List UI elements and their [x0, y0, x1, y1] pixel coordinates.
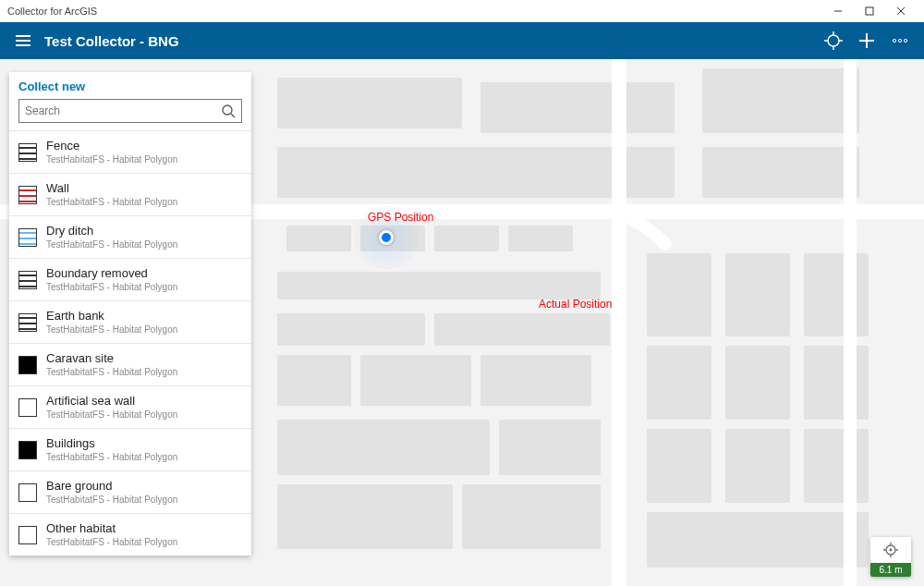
svg-rect-35 — [277, 484, 453, 549]
svg-rect-28 — [277, 313, 425, 346]
feature-name: Caravan site — [46, 352, 177, 365]
window-minimize-button[interactable] — [822, 0, 854, 22]
feature-name: Wall — [46, 182, 177, 195]
app-header: Test Collector - BNG — [0, 22, 924, 59]
feature-template-item[interactable]: Artificial sea wallTestHabitatFS - Habit… — [9, 385, 251, 428]
svg-rect-1 — [866, 7, 873, 15]
search-box[interactable] — [18, 99, 242, 123]
feature-template-item[interactable]: Boundary removedTestHabitatFS - Habitat … — [9, 258, 251, 300]
crosshair-icon — [823, 31, 844, 51]
svg-rect-32 — [480, 355, 591, 406]
crosshair-icon — [882, 542, 899, 558]
ellipsis-icon — [890, 31, 910, 51]
feature-sublabel: TestHabitatFS - Habitat Polygon — [46, 239, 177, 250]
svg-rect-31 — [360, 355, 471, 406]
feature-name: Buildings — [46, 437, 177, 450]
svg-rect-33 — [277, 420, 490, 475]
svg-rect-26 — [508, 226, 573, 251]
feature-name: Bare ground — [46, 480, 177, 493]
main-area: GPS Position Actual Position — [0, 59, 924, 586]
feature-template-item[interactable]: Bare groundTestHabitatFS - Habitat Polyg… — [9, 470, 251, 513]
svg-point-49 — [890, 549, 893, 552]
svg-rect-24 — [360, 226, 425, 251]
svg-rect-39 — [804, 253, 869, 336]
window-close-button[interactable] — [885, 0, 917, 22]
svg-rect-45 — [804, 429, 869, 503]
feature-name: Dry ditch — [46, 225, 177, 238]
feature-template-item[interactable]: BuildingsTestHabitatFS - Habitat Polygon — [9, 428, 251, 470]
feature-template-list: FenceTestHabitatFS - Habitat PolygonWall… — [9, 130, 251, 555]
more-button[interactable] — [883, 24, 917, 57]
window-titlebar: Collector for ArcGIS — [0, 0, 924, 22]
feature-swatch — [18, 356, 37, 374]
svg-rect-44 — [725, 429, 790, 503]
svg-point-54 — [223, 105, 232, 115]
feature-swatch — [18, 143, 37, 162]
collect-panel-header: Collect new — [9, 72, 251, 99]
feature-sublabel: TestHabitatFS - Habitat Polygon — [46, 367, 177, 377]
svg-rect-22 — [702, 147, 859, 198]
feature-sublabel: TestHabitatFS - Habitat Polygon — [46, 154, 177, 165]
svg-point-7 — [828, 35, 839, 46]
feature-name: Earth bank — [46, 310, 177, 323]
svg-rect-40 — [647, 346, 711, 420]
svg-rect-42 — [804, 346, 869, 420]
hamburger-menu-button[interactable] — [7, 25, 39, 56]
feature-template-item[interactable]: WallTestHabitatFS - Habitat Polygon — [9, 173, 251, 215]
accuracy-badge[interactable]: 6.1 m — [870, 537, 911, 577]
svg-rect-30 — [277, 355, 351, 406]
svg-rect-18 — [277, 78, 462, 128]
svg-point-16 — [904, 39, 906, 42]
feature-sublabel: TestHabitatFS - Habitat Polygon — [46, 197, 177, 207]
search-icon — [221, 104, 236, 118]
add-button[interactable] — [850, 24, 883, 57]
plus-icon — [857, 31, 877, 51]
accuracy-value: 6.1 m — [870, 563, 911, 577]
feature-template-item[interactable]: Earth bankTestHabitatFS - Habitat Polygo… — [9, 300, 251, 343]
feature-swatch — [18, 271, 37, 289]
feature-sublabel: TestHabitatFS - Habitat Polygon — [46, 409, 177, 420]
svg-rect-43 — [647, 429, 711, 503]
hamburger-icon — [14, 31, 32, 50]
accuracy-icon-slot — [882, 537, 899, 563]
svg-rect-23 — [286, 226, 351, 251]
svg-point-14 — [893, 39, 895, 42]
svg-line-55 — [231, 114, 235, 117]
feature-sublabel: TestHabitatFS - Habitat Polygon — [46, 282, 177, 292]
svg-rect-36 — [462, 484, 601, 549]
feature-sublabel: TestHabitatFS - Habitat Polygon — [46, 494, 177, 505]
svg-rect-37 — [647, 253, 711, 336]
locate-button[interactable] — [817, 24, 850, 57]
svg-rect-29 — [434, 313, 610, 346]
feature-name: Artificial sea wall — [46, 395, 177, 408]
feature-template-item[interactable]: Dry ditchTestHabitatFS - Habitat Polygon — [9, 215, 251, 258]
feature-template-item[interactable]: Other habitatTestHabitatFS - Habitat Pol… — [9, 513, 251, 555]
feature-sublabel: TestHabitatFS - Habitat Polygon — [46, 452, 177, 462]
feature-swatch — [18, 441, 37, 459]
window-title: Collector for ArcGIS — [7, 6, 97, 17]
svg-rect-27 — [277, 272, 601, 299]
feature-swatch — [18, 228, 37, 247]
svg-rect-34 — [499, 420, 601, 475]
feature-name: Boundary removed — [46, 267, 177, 280]
feature-swatch — [18, 398, 37, 417]
collect-panel: Collect new FenceTestHabitatFS - Habitat… — [9, 72, 251, 555]
feature-template-item[interactable]: Caravan siteTestHabitatFS - Habitat Poly… — [9, 343, 251, 385]
feature-swatch — [18, 313, 37, 332]
svg-rect-20 — [702, 68, 859, 133]
app-title: Test Collector - BNG — [44, 33, 179, 49]
feature-name: Other habitat — [46, 522, 177, 535]
svg-rect-41 — [725, 346, 790, 420]
svg-point-15 — [898, 39, 901, 42]
window-maximize-button[interactable] — [854, 0, 885, 22]
search-input[interactable] — [25, 104, 221, 117]
svg-rect-25 — [434, 226, 499, 251]
feature-template-item[interactable]: FenceTestHabitatFS - Habitat Polygon — [9, 130, 251, 173]
feature-swatch — [18, 483, 37, 502]
feature-swatch — [18, 526, 37, 544]
svg-rect-38 — [725, 253, 790, 336]
feature-sublabel: TestHabitatFS - Habitat Polygon — [46, 537, 177, 547]
feature-swatch — [18, 186, 37, 204]
svg-rect-46 — [647, 512, 869, 568]
svg-rect-19 — [480, 82, 675, 133]
